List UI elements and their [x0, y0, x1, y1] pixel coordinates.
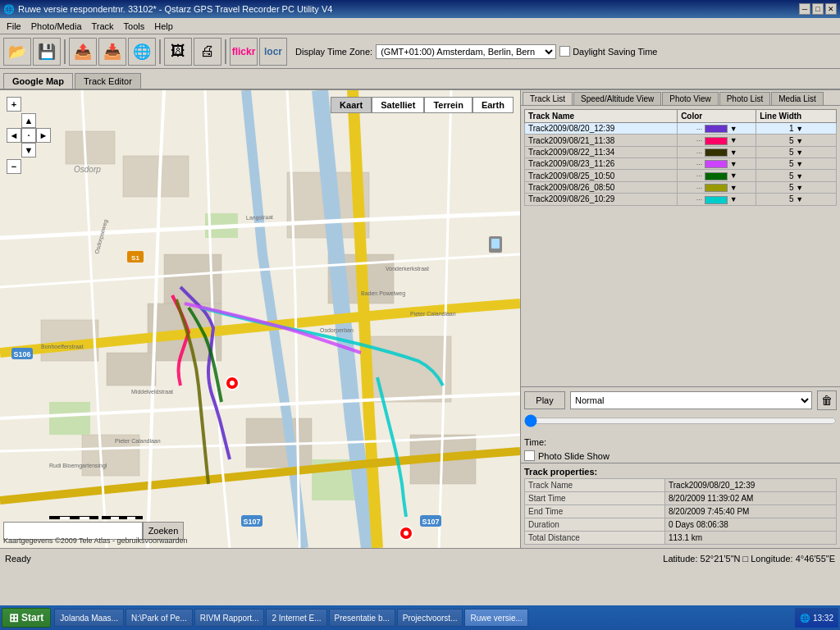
- menu-track[interactable]: Track: [87, 21, 119, 32]
- svg-point-38: [404, 531, 409, 536]
- svg-text:S1: S1: [131, 254, 139, 262]
- playback-area: Play NormalFastSlow 🗑: [521, 386, 840, 434]
- main-content: + ▲ ◄ · ► ▼ −: [0, 90, 840, 548]
- props-value: 0 Days 08:06:38: [665, 518, 837, 532]
- network-icon: 🌐: [800, 614, 810, 623]
- pan-right-btn[interactable]: ►: [36, 128, 51, 143]
- restore-button[interactable]: □: [812, 3, 824, 15]
- props-row: Total Distance 113.1 km: [525, 532, 837, 545]
- speed-select[interactable]: NormalFastSlow: [570, 391, 812, 409]
- map-type-kaart[interactable]: Kaart: [331, 97, 372, 113]
- table-row: Track2009/08/20_12:39 ··· ▼ 1 ▼: [525, 123, 837, 135]
- map-type-terrein[interactable]: Terrein: [424, 97, 472, 113]
- props-row: Duration 0 Days 08:06:38: [525, 518, 837, 532]
- map-area[interactable]: + ▲ ◄ · ► ▼ −: [0, 90, 520, 548]
- taskbar-app[interactable]: Jolanda Maas...: [54, 609, 124, 627]
- pan-up-btn[interactable]: ▲: [21, 113, 36, 128]
- timezone-select[interactable]: (GMT+01:00) Amsterdam, Berlin, Bern: [376, 44, 556, 59]
- map-type-satelliet[interactable]: Satelliet: [372, 97, 424, 113]
- playback-slider[interactable]: [524, 414, 837, 427]
- toolbar-flickr-btn[interactable]: flickr: [230, 38, 258, 66]
- trash-button[interactable]: 🗑: [817, 390, 837, 410]
- track-width-cell: 5 ▼: [756, 194, 837, 205]
- props-label: Total Distance: [525, 532, 665, 545]
- menu-help[interactable]: Help: [149, 21, 178, 32]
- toolbar-sep-3: [225, 39, 226, 64]
- minimize-button[interactable]: ─: [799, 3, 810, 15]
- pan-left-btn[interactable]: ◄: [7, 128, 21, 143]
- play-button[interactable]: Play: [524, 391, 565, 409]
- status-bar: Ready Latitude: 52°21'5"N □ Longitude: 4…: [0, 548, 840, 568]
- sys-tray: 🌐 13:32: [795, 608, 838, 628]
- track-width-cell: 5 ▼: [756, 135, 837, 146]
- left-tab-bar: Google Map Track Editor: [0, 69, 840, 90]
- svg-text:Osdorp: Osdorp: [74, 165, 101, 174]
- taskbar-app[interactable]: Ruwe versie...: [464, 609, 527, 627]
- menu-tools[interactable]: Tools: [119, 21, 150, 32]
- track-name-cell: Track2009/08/20_12:39: [525, 123, 678, 135]
- taskbar-app[interactable]: Presentatie b...: [329, 609, 395, 627]
- toolbar-download-btn[interactable]: 📥: [98, 38, 126, 66]
- pan-down-btn[interactable]: ▼: [21, 143, 36, 158]
- photo-slideshow-checkbox[interactable]: [524, 450, 535, 461]
- taskbar-app[interactable]: N:\Park of Pe...: [126, 609, 193, 627]
- track-color-cell: ··· ▼: [678, 194, 756, 205]
- toolbar-upload-btn[interactable]: 📤: [69, 38, 97, 66]
- tab-track-editor[interactable]: Track Editor: [75, 73, 141, 89]
- right-panel: Track List Speed/Altitude View Photo Vie…: [520, 90, 840, 548]
- props-value: Track2009/08/20_12:39: [665, 479, 837, 492]
- table-row: Track2009/08/26_08:50 ··· ▼ 5 ▼: [525, 181, 837, 193]
- svg-text:Bonhoefferstraat: Bonhoefferstraat: [41, 344, 84, 349]
- taskbar-apps: Jolanda Maas...N:\Park of Pe...RIVM Rapp…: [54, 609, 792, 627]
- map-controls: + ▲ ◄ · ► ▼ −: [7, 97, 51, 174]
- pan-center-btn[interactable]: ·: [21, 128, 36, 143]
- track-width-cell: 5 ▼: [756, 158, 837, 170]
- toolbar-sep-1: [64, 39, 66, 64]
- toolbar-photo-btn[interactable]: 🖼: [164, 38, 192, 66]
- taskbar-app[interactable]: Projectvoorst...: [397, 609, 463, 627]
- right-tab-speed-altitude[interactable]: Speed/Altitude View: [573, 92, 661, 105]
- timezone-area: Display Time Zone: (GMT+01:00) Amsterdam…: [295, 44, 657, 59]
- svg-text:Osdorperban: Osdorperban: [320, 327, 354, 334]
- track-props-title: Track properties:: [524, 467, 837, 477]
- dst-checkbox[interactable]: [559, 46, 570, 57]
- toolbar-open-btn[interactable]: 📂: [3, 38, 31, 66]
- dst-checkbox-area: Daylight Saving Time: [559, 46, 657, 57]
- track-color-cell: ··· ▼: [678, 158, 756, 170]
- close-button[interactable]: ✕: [825, 3, 837, 15]
- props-label: Track Name: [525, 479, 665, 492]
- taskbar-app[interactable]: 2 Internet E...: [266, 609, 326, 627]
- svg-text:Pieter Calandlaan: Pieter Calandlaan: [410, 311, 456, 317]
- zoom-in-btn[interactable]: +: [7, 97, 21, 112]
- title-bar: 🌐 Ruwe versie respondentnr. 33102* - Qst…: [0, 0, 840, 18]
- map-copyright: Kaartgegevens ©2009 Tele Atlas - gebruik…: [3, 536, 188, 545]
- map-type-earth[interactable]: Earth: [472, 97, 514, 113]
- toolbar-globe-btn[interactable]: 🌐: [128, 38, 156, 66]
- map-svg: Langstraat Pieter Calandlaan Bonhoeffers…: [0, 90, 520, 548]
- taskbar-time: 13:32: [813, 614, 833, 623]
- track-color-cell: ··· ▼: [678, 135, 756, 146]
- menu-file[interactable]: File: [2, 21, 26, 32]
- svg-rect-42: [491, 239, 500, 249]
- props-value: 8/20/2009 7:45:40 PM: [665, 505, 837, 518]
- toolbar-locr-btn[interactable]: locr: [259, 38, 287, 66]
- window-title: Ruwe versie respondentnr. 33102* - Qstar…: [18, 4, 332, 14]
- right-tab-media-list[interactable]: Media List: [771, 92, 824, 105]
- taskbar-app[interactable]: RIVM Rapport...: [194, 609, 265, 627]
- svg-text:Middelveldstraat: Middelveldstraat: [131, 389, 173, 395]
- menu-photo-media[interactable]: Photo/Media: [26, 21, 87, 32]
- right-tab-photo-list[interactable]: Photo List: [719, 92, 770, 105]
- right-tab-photo-view[interactable]: Photo View: [662, 92, 718, 105]
- playback-slider-container: [524, 413, 837, 431]
- toolbar-save-btn[interactable]: 💾: [33, 38, 61, 66]
- toolbar: 📂 💾 📤 📥 🌐 🖼 🖨 flickr locr Display Time Z…: [0, 34, 840, 69]
- props-label: End Time: [525, 505, 665, 518]
- zoom-out-btn[interactable]: −: [7, 159, 21, 174]
- start-button[interactable]: ⊞ Start: [2, 608, 51, 628]
- toolbar-print-btn[interactable]: 🖨: [194, 38, 221, 66]
- time-area: Time:: [521, 434, 840, 450]
- tab-google-map[interactable]: Google Map: [3, 73, 73, 89]
- right-tab-track-list[interactable]: Track List: [523, 92, 573, 105]
- track-name-cell: Track2009/08/23_11:26: [525, 158, 678, 170]
- track-width-cell: 5 ▼: [756, 170, 837, 181]
